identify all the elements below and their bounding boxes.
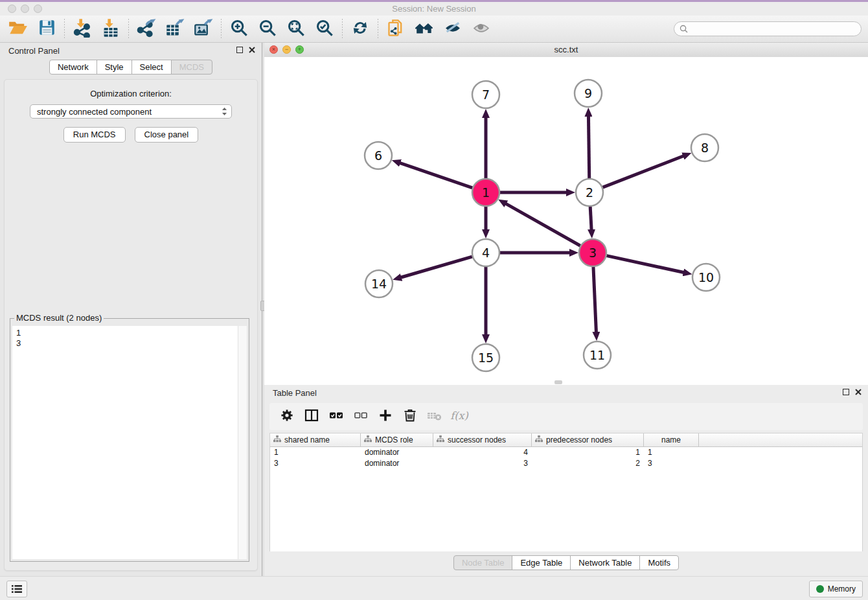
node-6[interactable]: 6 — [365, 142, 392, 169]
export-image-icon — [194, 18, 213, 40]
node-8[interactable]: 8 — [691, 134, 718, 161]
save-session-button[interactable] — [34, 17, 60, 41]
home-layout-icon — [415, 20, 434, 38]
table-cell[interactable]: 4 — [433, 447, 532, 458]
table-cell[interactable]: 3 — [433, 458, 532, 469]
tab-style[interactable]: Style — [97, 60, 132, 75]
node-table[interactable]: shared nameMCDS rolesuccessor nodesprede… — [269, 433, 863, 551]
edge-4-14[interactable] — [400, 257, 472, 277]
tab-network[interactable]: Network — [49, 60, 97, 75]
node-7[interactable]: 7 — [472, 81, 499, 108]
zoom-in-button[interactable] — [226, 17, 252, 41]
table-cell[interactable]: 1 — [270, 447, 361, 458]
save-session-icon — [38, 19, 56, 39]
column-header-shared-name[interactable]: shared name — [270, 433, 361, 446]
columns-icon — [304, 408, 319, 426]
home-layout-button[interactable] — [411, 17, 437, 41]
table-cell[interactable]: 2 — [532, 458, 644, 469]
maximize-network-button[interactable]: + — [295, 45, 304, 54]
select-all-button[interactable] — [324, 404, 348, 429]
delete-button[interactable] — [398, 404, 422, 429]
import-network-button[interactable] — [69, 17, 95, 41]
open-session-button[interactable] — [5, 17, 31, 41]
memory-status-icon — [816, 585, 824, 593]
result-scrollbar[interactable] — [238, 326, 247, 559]
column-header-successor-nodes[interactable]: successor nodes — [433, 433, 532, 446]
float-table-panel-icon[interactable] — [843, 389, 849, 395]
column-header-predecessor-nodes[interactable]: predecessor nodes — [532, 433, 644, 446]
close-window-button[interactable] — [8, 5, 16, 13]
close-network-button[interactable]: × — [269, 45, 278, 54]
zoom-fit-button[interactable] — [283, 17, 309, 41]
node-11[interactable]: 11 — [584, 341, 611, 369]
horizontal-splitter-grip[interactable] — [554, 380, 562, 384]
close-table-panel-icon[interactable] — [855, 389, 862, 395]
show-all-button[interactable] — [468, 17, 494, 41]
table-cell[interactable]: 1 — [532, 447, 644, 458]
edge-2-9[interactable] — [588, 115, 589, 178]
node-3[interactable]: 3 — [579, 239, 606, 266]
add-icon — [378, 408, 393, 426]
edge-1-6[interactable] — [399, 163, 472, 188]
zoom-window-button[interactable] — [34, 5, 42, 13]
node-15[interactable]: 15 — [472, 344, 499, 371]
tab-select[interactable]: Select — [131, 60, 172, 75]
hide-selected-button[interactable] — [440, 17, 466, 41]
search-input[interactable] — [691, 23, 856, 36]
tab-node-table[interactable]: Node Table — [453, 555, 513, 570]
float-panel-icon[interactable] — [236, 47, 243, 53]
column-header-mcds-role[interactable]: MCDS role — [361, 433, 433, 446]
tab-network-table[interactable]: Network Table — [570, 555, 640, 570]
export-table-button[interactable] — [162, 17, 188, 41]
table-cell[interactable]: dominator — [361, 458, 433, 469]
node-label: 4 — [482, 246, 490, 260]
tab-edge-table[interactable]: Edge Table — [512, 555, 571, 570]
column-label: MCDS role — [375, 435, 413, 444]
add-button[interactable] — [373, 404, 398, 429]
zoom-out-button[interactable] — [255, 17, 280, 41]
session-list-button[interactable] — [6, 581, 27, 597]
edge-3-10[interactable] — [606, 256, 684, 273]
node-14[interactable]: 14 — [365, 270, 393, 297]
refresh-layout-button[interactable] — [347, 17, 373, 41]
tab-motifs[interactable]: Motifs — [639, 555, 679, 570]
table-cell[interactable]: 3 — [270, 458, 361, 469]
edge-3-11[interactable] — [593, 267, 597, 333]
mcds-result-box[interactable]: 13 — [12, 326, 247, 559]
export-image-button[interactable] — [190, 17, 216, 41]
edge-2-8[interactable] — [603, 156, 685, 187]
network-graph[interactable]: 7968124314101511 — [264, 57, 868, 385]
memory-button[interactable]: Memory — [809, 581, 863, 597]
search-field[interactable] — [674, 21, 862, 36]
criterion-select[interactable]: strongly connected component — [30, 104, 232, 119]
table-cell[interactable]: 1 — [644, 447, 699, 458]
table-row[interactable]: 1dominator411 — [270, 447, 862, 458]
node-2[interactable]: 2 — [576, 179, 603, 206]
columns-button[interactable] — [299, 404, 324, 429]
node-1[interactable]: 1 — [472, 179, 499, 206]
edge-3-1[interactable] — [505, 203, 580, 246]
minimize-window-button[interactable] — [21, 5, 29, 13]
network-window-titlebar[interactable]: × − + scc.txt — [264, 43, 868, 58]
column-header-name[interactable]: name — [644, 433, 699, 446]
export-network-button[interactable] — [133, 17, 159, 41]
minimize-network-button[interactable]: − — [282, 45, 291, 54]
zoom-selected-button[interactable] — [312, 17, 337, 41]
table-cell[interactable]: 3 — [644, 458, 699, 469]
gear-button[interactable] — [275, 404, 299, 429]
table-row[interactable]: 3dominator323 — [270, 458, 862, 469]
close-panel-icon[interactable] — [249, 47, 255, 53]
column-type-icon — [437, 435, 444, 444]
node-10[interactable]: 10 — [692, 264, 720, 291]
edge-2-3[interactable] — [590, 207, 591, 231]
tab-mcds[interactable]: MCDS — [171, 60, 212, 75]
deselect-all-button[interactable] — [348, 404, 373, 429]
close-panel-button[interactable]: Close panel — [135, 127, 199, 143]
copy-network-button[interactable] — [383, 17, 409, 41]
network-canvas[interactable]: 7968124314101511 — [264, 57, 868, 385]
table-cell[interactable]: dominator — [361, 447, 433, 458]
node-9[interactable]: 9 — [575, 80, 602, 107]
run-mcds-button[interactable]: Run MCDS — [63, 127, 126, 143]
node-4[interactable]: 4 — [472, 239, 499, 266]
import-table-button[interactable] — [98, 17, 124, 41]
